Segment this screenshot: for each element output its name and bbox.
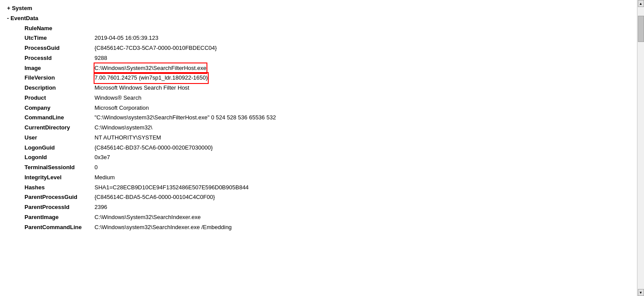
field-utctime: UtcTime 2019-04-05 16:05:39.123 [24,33,630,43]
field-fileversion: FileVersion 7.00.7601.24275 (win7sp1_ldr… [24,73,630,83]
field-terminalsessionid: TerminalSessionId 0 [24,163,630,173]
main-content: + System - EventData RuleName UtcTime 20… [0,0,637,296]
value-parentcommandline: C:\Windows\system32\SearchIndexer.exe /E… [94,223,232,233]
system-row: + System [7,3,630,14]
field-rulename: RuleName [24,24,630,34]
value-user: NT AUTHORITY\SYSTEM [94,133,161,143]
label-image: Image [24,63,94,73]
label-parentprocessguid: ParentProcessGuid [24,192,94,202]
label-processguid: ProcessGuid [24,43,94,53]
value-terminalsessionid: 0 [94,163,98,173]
field-parentprocessid: ParentProcessId 2396 [24,202,630,212]
value-logonid: 0x3e7 [94,153,110,163]
label-currentdirectory: CurrentDirectory [24,123,94,133]
value-processguid: {C845614C-7CD3-5CA7-0000-0010FBDECC04} [94,43,217,53]
label-hashes: Hashes [24,183,94,193]
field-parentcommandline: ParentCommandLine C:\Windows\system32\Se… [24,223,630,233]
label-integritylevel: IntegrityLevel [24,173,94,183]
value-logonguid: {C845614C-BD37-5CA6-0000-0020E7030000} [94,143,213,153]
field-parentimage: ParentImage C:\Windows\System32\SearchIn… [24,212,630,223]
eventdata-toggle[interactable]: - EventData [7,14,77,24]
field-processid: ProcessId 9288 [24,53,630,63]
scrollbar-down-arrow[interactable]: ▼ [638,289,644,296]
label-description: Description [24,83,94,93]
value-parentimage: C:\Windows\System32\SearchIndexer.exe [94,212,201,223]
value-parentprocessid: 2396 [94,202,107,212]
field-image: Image C:\Windows\System32\SearchFilterHo… [24,63,630,73]
value-currentdirectory: C:\Windows\system32\ [94,123,152,133]
field-description: Description Microsoft Windows Search Fil… [24,83,630,93]
value-description: Microsoft Windows Search Filter Host [94,83,189,93]
field-integritylevel: IntegrityLevel Medium [24,173,630,183]
scrollbar-up-arrow[interactable]: ▲ [638,0,644,7]
value-hashes: SHA1=C28ECB9D10CE94F1352486E507E596D0B90… [94,183,248,193]
scrollbar-thumb[interactable] [638,16,644,42]
label-parentimage: ParentImage [24,212,94,223]
field-logonguid: LogonGuid {C845614C-BD37-5CA6-0000-0020E… [24,143,630,153]
label-parentprocessid: ParentProcessId [24,202,94,212]
field-processguid: ProcessGuid {C845614C-7CD3-5CA7-0000-001… [24,43,630,53]
value-company: Microsoft Corporation [94,103,149,113]
label-utctime: UtcTime [24,33,94,43]
field-currentdirectory: CurrentDirectory C:\Windows\system32\ [24,123,630,133]
field-user: User NT AUTHORITY\SYSTEM [24,133,630,143]
scrollbar[interactable]: ▲ ▼ [637,0,644,296]
label-processid: ProcessId [24,53,94,63]
value-commandline: "C:\Windows\system32\SearchFilterHost.ex… [94,113,276,123]
value-parentprocessguid: {C845614C-BDA5-5CA6-0000-00104C4C0F00} [94,192,215,202]
system-toggle[interactable]: + System [7,3,77,14]
field-hashes: Hashes SHA1=C28ECB9D10CE94F1352486E507E5… [24,183,630,193]
label-commandline: CommandLine [24,113,94,123]
field-commandline: CommandLine "C:\Windows\system32\SearchF… [24,113,630,123]
value-product: Windows® Search [94,93,141,103]
value-image: C:\Windows\System32\SearchFilterHost.exe [94,63,206,73]
field-logonid: LogonId 0x3e7 [24,153,630,163]
label-logonguid: LogonGuid [24,143,94,153]
label-parentcommandline: ParentCommandLine [24,223,94,233]
fields-container: RuleName UtcTime 2019-04-05 16:05:39.123… [7,24,630,233]
label-fileversion: FileVersion [24,73,94,83]
label-product: Product [24,93,94,103]
value-integritylevel: Medium [94,173,115,183]
value-processid: 9288 [94,53,107,63]
label-user: User [24,133,94,143]
label-company: Company [24,103,94,113]
value-fileversion: 7.00.7601.24275 (win7sp1_ldr.180922-1650… [94,73,208,83]
field-product: Product Windows® Search [24,93,630,103]
label-logonid: LogonId [24,153,94,163]
eventdata-row: - EventData [7,14,630,24]
field-parentprocessguid: ParentProcessGuid {C845614C-BDA5-5CA6-00… [24,192,630,202]
field-company: Company Microsoft Corporation [24,103,630,113]
label-terminalsessionid: TerminalSessionId [24,163,94,173]
value-utctime: 2019-04-05 16:05:39.123 [94,33,158,43]
label-rulename: RuleName [24,24,94,34]
